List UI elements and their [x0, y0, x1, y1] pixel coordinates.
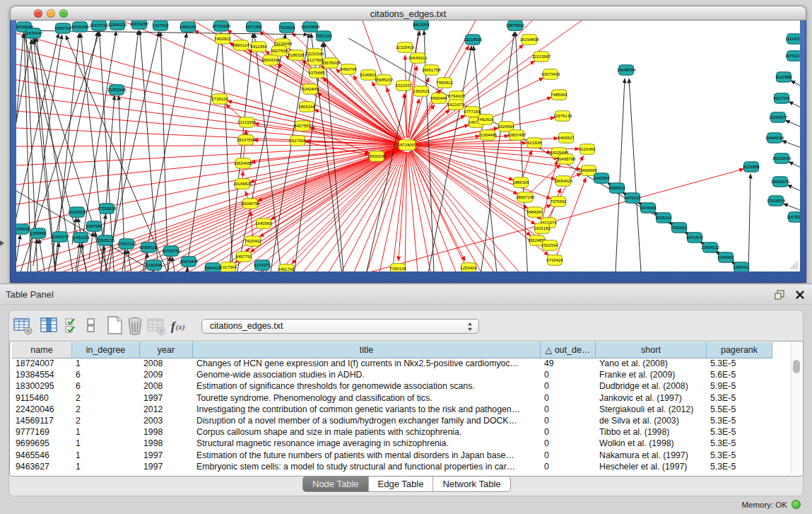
graph-node-label: 16648784	[617, 68, 636, 72]
graph-node-label: 9699695	[580, 168, 597, 173]
graph-node-label: 2935114	[656, 216, 673, 220]
graph-node-label: 24355061	[16, 227, 31, 231]
tab-edge-table[interactable]: Edge Table	[368, 477, 433, 491]
citation-network-graph[interactable]: 7463822586012489129541322605899275081654…	[16, 21, 800, 271]
cell-name: 9699695	[12, 438, 72, 450]
cell-name: 9777169	[12, 427, 72, 438]
node-table: namein_degreeyeartitle△ out_de…shortpage…	[9, 341, 804, 477]
graph-node-label: 10973493	[541, 72, 560, 76]
column-header-title[interactable]: title	[193, 342, 541, 358]
float-panel-icon[interactable]	[774, 289, 785, 300]
cell-title: Disruption of a novel member of a sodium…	[193, 416, 541, 427]
graph-node-label: 9375685	[308, 71, 325, 75]
graph-node-label: 7955812	[436, 81, 453, 85]
svg-text:(x): (x)	[176, 322, 185, 332]
graph-node-label: 2522544	[541, 243, 558, 247]
panel-collapse-arrow[interactable]	[0, 240, 4, 246]
table-row[interactable]: 977716911998Corpus callosum shape and si…	[12, 427, 790, 438]
cell-name: 9465546	[12, 450, 72, 462]
graph-node-label: 1640993	[255, 221, 272, 226]
graph-node-label: 12975135	[553, 114, 572, 118]
graph-node-label: 18300295	[367, 154, 387, 158]
cell-name: 18724007	[12, 358, 72, 370]
graph-node-label: 8990448	[430, 96, 447, 100]
table-row[interactable]: 969969511998Structural magnetic resonanc…	[12, 438, 790, 450]
graph-node-label: 18724007	[398, 143, 417, 147]
new-document-icon[interactable]	[105, 315, 126, 337]
cell-pagerank: 5.3E-5	[707, 427, 772, 438]
graph-node-label: 9120986	[775, 75, 792, 79]
column-header-year[interactable]: year	[140, 342, 193, 358]
tab-node-table[interactable]: Node Table	[303, 477, 368, 491]
cell-out_de: 0	[541, 381, 596, 392]
cell-pagerank: 5.9E-5	[707, 381, 772, 392]
cell-name: 22420046	[12, 404, 72, 416]
vertical-scrollbar[interactable]	[791, 342, 801, 474]
table-row[interactable]: 1830029562008Estimation of significance …	[12, 381, 790, 392]
table-tabs: Node TableEdge TableNetwork Table	[302, 476, 511, 492]
cell-year: 2009	[140, 370, 193, 381]
graph-node-label: 9463627	[558, 136, 575, 140]
table-settings-icon[interactable]	[13, 315, 34, 337]
column-header-name[interactable]: name	[12, 342, 72, 358]
graph-node-label: 20437192	[90, 23, 109, 28]
graph-node-label: 5860124	[233, 43, 249, 47]
network-canvas[interactable]: 7463822586012489129541322605899275081654…	[16, 21, 800, 271]
table-row[interactable]: 946362711997Embryonic stem cells: a mode…	[12, 462, 790, 473]
table-row[interactable]: 2242004622012Investigating the contribut…	[12, 404, 790, 416]
graph-node-label: 12342757	[51, 235, 70, 239]
graph-node-label: 8471676	[686, 235, 703, 240]
cell-title: Embryonic stem cells: a model to study s…	[193, 462, 541, 473]
column-header-in_degree[interactable]: in_degree	[72, 342, 140, 358]
graph-node-label: 7462616	[477, 117, 494, 122]
table-row[interactable]: 946554611997Estimation of the future num…	[12, 450, 790, 462]
graph-node-label: 16640910	[408, 56, 428, 60]
tab-network-table[interactable]: Network Table	[433, 477, 510, 491]
column-highlight-icon[interactable]	[39, 315, 60, 337]
window-titlebar[interactable]: citations_edges.txt	[10, 6, 806, 21]
graph-node-label: 7340128	[389, 267, 406, 271]
graph-node-label: 1621072	[447, 103, 464, 107]
column-header-pagerank[interactable]: pagerank	[707, 342, 772, 358]
graph-node-label: 7463822	[214, 37, 231, 41]
column-header-short[interactable]: short	[596, 342, 707, 358]
graph-node-label: 621608	[527, 141, 542, 145]
network-window: citations_edges.txt 74638225860124891295…	[10, 6, 806, 283]
table-panel-title: Table Panel	[6, 284, 54, 305]
graph-node-label: 2803144	[298, 105, 315, 109]
graph-node-label: 16543392	[261, 58, 281, 62]
cell-title: Tourette syndrome. Phenomenology and cla…	[193, 393, 541, 404]
scrollbar-thumb[interactable]	[793, 360, 800, 373]
table-header-row: namein_degreeyeartitle△ out_de…shortpage…	[12, 342, 772, 358]
graph-node-label: 16782759	[162, 249, 181, 253]
graph-node-label: 7515526	[278, 25, 295, 30]
cell-out_de: 0	[541, 438, 596, 450]
cell-title: Investigating the contribution of common…	[193, 404, 541, 416]
graph-node-label: 12923448	[180, 259, 199, 264]
graph-node-label: 10807487	[507, 133, 526, 137]
cell-pagerank: 5.3E-5	[707, 393, 772, 404]
table-row[interactable]: 1872400712008Changes of HCN gene express…	[12, 358, 790, 370]
graph-node-label: 17016504	[767, 199, 786, 203]
cell-title: Structural magnetic resonance image aver…	[193, 438, 541, 450]
resize-grip[interactable]	[789, 260, 799, 270]
cell-name: 9463627	[12, 462, 72, 473]
table-selector-dropdown[interactable]: citations_edges.txt	[201, 319, 479, 334]
graph-node-label: 1327602	[152, 23, 169, 28]
rows-icon[interactable]	[85, 315, 98, 337]
graph-node-label: 19166825	[233, 182, 252, 186]
table-row[interactable]: 1456911722003Disruption of a novel membe…	[12, 416, 790, 427]
graph-node-label: 1317004	[220, 265, 237, 269]
cell-pagerank: 5.3E-5	[707, 462, 772, 473]
column-header-out_de[interactable]: △ out_de…	[541, 342, 596, 358]
trash-icon[interactable]	[125, 315, 146, 337]
graph-node-label: 8938923	[608, 186, 625, 190]
column-checks-icon[interactable]	[64, 315, 81, 337]
table-panel-header: Table Panel	[0, 284, 812, 305]
table-row[interactable]: 911546021997Tourette syndrome. Phenomeno…	[12, 393, 790, 404]
close-panel-icon[interactable]	[795, 290, 805, 300]
graph-node-label: 10654112	[701, 245, 720, 250]
function-icon[interactable]: f (x)	[170, 315, 188, 337]
table-row[interactable]: 1938455462009Genome-wide association stu…	[12, 370, 790, 381]
cell-pagerank: 5.6E-5	[707, 370, 772, 381]
